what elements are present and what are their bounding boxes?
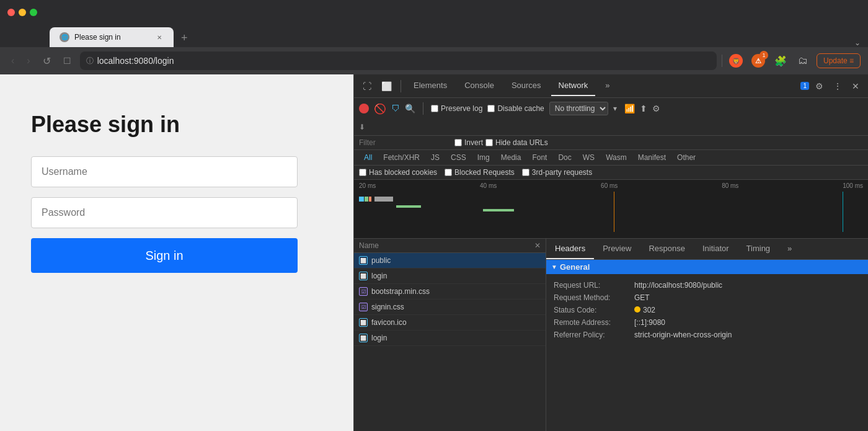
type-tab-js[interactable]: JS	[426, 151, 445, 164]
chat-badge: 1	[800, 82, 809, 90]
browser-tab[interactable]: 🌐 Please sign in ✕	[50, 27, 174, 47]
blocked-requests-label[interactable]: Blocked Requests	[445, 168, 515, 177]
settings-network-btn[interactable]: ⚙	[652, 104, 660, 113]
type-tab-fetch[interactable]: Fetch/XHR	[378, 151, 425, 164]
extensions-btn[interactable]: 🧩	[772, 52, 789, 69]
brave-shield-btn[interactable]: 🦁	[727, 52, 745, 69]
has-blocked-checkbox[interactable]	[359, 169, 366, 176]
mark-60: 60 ms	[601, 182, 618, 189]
alert-btn[interactable]: ⚠ 1	[750, 52, 767, 69]
close-devtools-btn[interactable]: ✕	[848, 79, 863, 94]
detail-tab-headers[interactable]: Headers	[546, 239, 594, 259]
network-toolbar: 🚫 ⛉ 🔍 Preserve log Disable cache No thro…	[354, 98, 868, 136]
type-tab-all[interactable]: All	[359, 151, 377, 164]
new-tab-btn[interactable]: +	[176, 29, 193, 47]
browser-window: 🌐 Please sign in ✕ + ⌄ ‹ › ↺ ☐ ⓘ 🦁 ⚠ 1 🧩	[0, 0, 868, 431]
settings-btn[interactable]: ⚙	[812, 79, 827, 94]
type-tab-doc[interactable]: Doc	[553, 151, 576, 164]
tab-console[interactable]: Console	[457, 76, 502, 96]
hide-data-urls-label[interactable]: Hide data URLs	[485, 138, 548, 147]
detail-tab-initiator[interactable]: Initiator	[694, 239, 738, 259]
third-party-checkbox[interactable]	[522, 169, 529, 176]
devtools-panel: ⛶ ⬜ Elements Console Sources Network » 1…	[353, 74, 868, 431]
tab-network[interactable]: Network	[551, 76, 596, 96]
wallet-btn[interactable]: 🗂	[794, 52, 812, 69]
filter-icon[interactable]: ⛉	[391, 104, 400, 113]
detail-tab-response[interactable]: Response	[640, 239, 694, 259]
password-input[interactable]	[31, 197, 298, 228]
minimize-window-btn[interactable]	[19, 9, 26, 16]
throttle-select[interactable]: No throttling	[549, 102, 608, 115]
request-item-public[interactable]: ⬜ public	[354, 253, 546, 269]
blocked-requests-checkbox[interactable]	[445, 169, 452, 176]
tab-favicon: 🌐	[60, 32, 69, 42]
title-bar	[0, 0, 868, 25]
wifi-icon[interactable]: 📶	[624, 104, 635, 113]
throttle-dropdown-btn[interactable]: ▾	[613, 104, 617, 113]
tab-more[interactable]: »	[598, 76, 617, 96]
detail-tab-timing[interactable]: Timing	[738, 239, 779, 259]
type-tab-media[interactable]: Media	[496, 151, 526, 164]
kebab-menu-btn[interactable]: ⋮	[830, 79, 846, 94]
reload-btn[interactable]: ↺	[39, 53, 55, 69]
type-tab-ws[interactable]: WS	[578, 151, 600, 164]
request-item-login-2[interactable]: ⬜ login	[354, 331, 546, 346]
forward-btn[interactable]: ›	[23, 53, 33, 69]
third-party-label[interactable]: 3rd-party requests	[522, 168, 592, 177]
upload-icon[interactable]: ⬆	[640, 104, 647, 113]
sign-in-btn[interactable]: Sign in	[31, 238, 298, 273]
request-item-bootstrap[interactable]: ☑ bootstrap.min.css	[354, 284, 546, 300]
tab-close-btn[interactable]: ✕	[155, 33, 164, 42]
search-btn[interactable]: 🔍	[405, 104, 415, 113]
address-input[interactable]	[97, 56, 711, 66]
element-picker-btn[interactable]: ⛶	[359, 79, 375, 94]
hide-data-urls-checkbox[interactable]	[485, 139, 493, 146]
type-tab-manifest[interactable]: Manifest	[633, 151, 671, 164]
bookmark-btn[interactable]: ☐	[60, 53, 75, 68]
download-icon[interactable]: ⬇	[359, 123, 365, 131]
has-blocked-text: Has blocked cookies	[369, 168, 437, 177]
device-mode-btn[interactable]: ⬜	[378, 79, 396, 94]
close-detail-btn[interactable]: ✕	[534, 241, 541, 250]
detail-tab-preview[interactable]: Preview	[594, 239, 640, 259]
maximize-window-btn[interactable]	[30, 9, 37, 16]
hide-data-urls-text: Hide data URLs	[495, 138, 548, 147]
request-item-favicon[interactable]: ⬜ favicon.ico	[354, 315, 546, 331]
has-blocked-label[interactable]: Has blocked cookies	[359, 168, 437, 177]
username-input[interactable]	[31, 156, 298, 187]
type-tab-img[interactable]: Img	[472, 151, 495, 164]
disable-cache-checkbox[interactable]	[487, 105, 495, 112]
req-name-3: bootstrap.min.css	[371, 287, 541, 296]
clear-btn[interactable]: 🚫	[374, 103, 386, 115]
mark-40: 40 ms	[480, 182, 497, 189]
main-content: Please sign in Sign in ⛶ ⬜ Elements Cons…	[0, 74, 868, 431]
filter-input[interactable]	[359, 138, 452, 147]
type-tab-css[interactable]: CSS	[446, 151, 471, 164]
bar-green-2	[396, 205, 421, 208]
request-item-signin-css[interactable]: ☑ signin.css	[354, 300, 546, 315]
bar-orange	[369, 197, 371, 202]
address-bar-wrapper[interactable]: ⓘ	[80, 51, 717, 70]
brave-icon: 🦁	[729, 54, 743, 68]
detail-tab-more[interactable]: »	[779, 239, 800, 259]
tab-elements[interactable]: Elements	[406, 76, 454, 96]
preserve-log-label[interactable]: Preserve log	[431, 104, 482, 113]
tab-list-btn[interactable]: ⌄	[854, 38, 861, 47]
request-area: Name ✕ ⬜ public ⬜ login ☑ bootstrap.min.…	[354, 239, 868, 431]
type-tab-other[interactable]: Other	[672, 151, 701, 164]
disable-cache-label[interactable]: Disable cache	[487, 104, 544, 113]
request-item-login[interactable]: ⬜ login	[354, 269, 546, 284]
tab-sources[interactable]: Sources	[504, 76, 549, 96]
type-tab-wasm[interactable]: Wasm	[601, 151, 632, 164]
update-btn[interactable]: Update ≡	[817, 53, 861, 68]
record-btn[interactable]	[359, 104, 369, 113]
status-dot	[634, 306, 640, 313]
preserve-log-text: Preserve log	[441, 104, 482, 113]
invert-label[interactable]: Invert	[454, 138, 483, 147]
back-btn[interactable]: ‹	[7, 53, 18, 69]
preserve-log-checkbox[interactable]	[431, 105, 438, 112]
type-tab-font[interactable]: Font	[527, 151, 552, 164]
detail-panel: Headers Preview Response Initiator Timin…	[546, 239, 868, 431]
close-window-btn[interactable]	[7, 9, 15, 16]
invert-checkbox[interactable]	[454, 139, 462, 146]
